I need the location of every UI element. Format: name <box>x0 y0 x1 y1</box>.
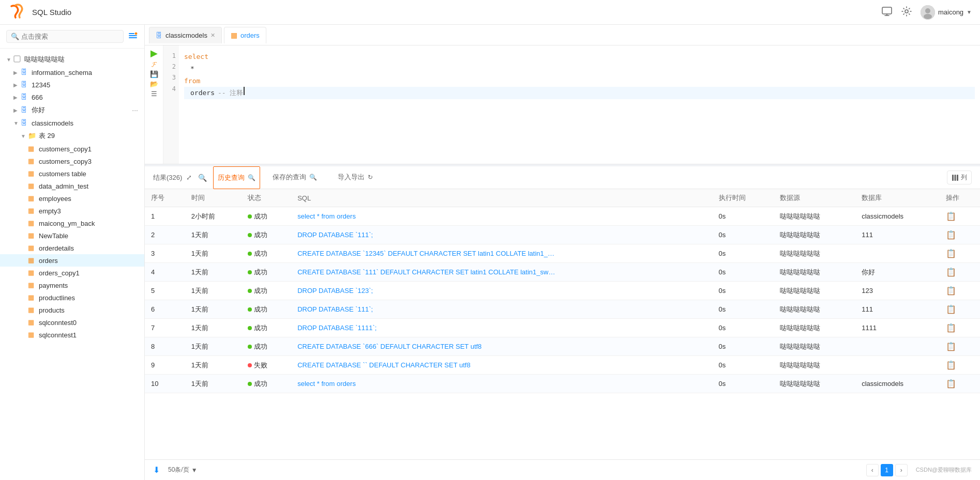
cell-exec-time: 0s <box>713 207 774 226</box>
table-icon: ▦ <box>28 306 36 314</box>
sidebar-item-customers_table[interactable]: ▦ customers table <box>0 167 144 180</box>
copy-sql-button[interactable]: 📋 <box>946 323 956 332</box>
results-tabs: 结果(326) ⤢ 🔍 历史查询 🔍 保存的查询 🔍 导入导出 ↻ <box>145 166 980 189</box>
user-menu[interactable]: maicong ▼ <box>921 5 972 20</box>
sidebar-item-orders[interactable]: ▦ orders <box>0 254 144 267</box>
sql-link[interactable]: DROP DATABASE `111`; <box>297 231 556 239</box>
download-icon[interactable]: ⬇ <box>153 465 160 475</box>
sql-link[interactable]: select * from orders <box>297 380 556 388</box>
table-icon: ▦ <box>28 331 36 339</box>
tab-classicmodels[interactable]: 🗄 classicmodels ✕ <box>149 27 222 43</box>
copy-sql-button[interactable]: 📋 <box>946 230 956 239</box>
per-page-selector[interactable]: 50条/页 ▼ <box>168 466 198 474</box>
cell-database: 111 <box>855 226 940 244</box>
cell-datasource: 哒哒哒哒哒哒 <box>774 375 856 393</box>
history-button[interactable]: ☰ <box>151 90 157 97</box>
sidebar-item-maicong_ym_back[interactable]: ▦ maicong_ym_back <box>0 217 144 229</box>
sql-link[interactable]: DROP DATABASE `111`; <box>297 305 556 313</box>
sidebar-item-information_schema[interactable]: ▶ 🗄 information_schema <box>0 66 144 79</box>
table-row: 4 1天前 成功 CREATE DATABASE `111` DEFAULT C… <box>145 263 980 282</box>
cell-sql: DROP DATABASE `111`; <box>291 300 712 319</box>
save-query-button[interactable]: 💾 <box>150 71 158 78</box>
sidebar-item-customers_copy3[interactable]: ▦ customers_copy3 <box>0 155 144 167</box>
sidebar-item-NewTable[interactable]: ▦ NewTable <box>0 229 144 242</box>
format-button[interactable]: 𝓕 <box>152 61 157 68</box>
code-editor[interactable]: select * from orders -- 注释 <box>179 45 980 164</box>
sidebar-item-root[interactable]: ▼ 哒哒哒哒哒哒 <box>0 53 144 66</box>
cell-sql: CREATE DATABASE `` DEFAULT CHARACTER SET… <box>291 356 712 375</box>
copy-sql-button[interactable]: 📋 <box>946 249 956 258</box>
sidebar-item-employees[interactable]: ▦ employees <box>0 192 144 205</box>
cell-database: 你好 <box>855 263 940 282</box>
open-button[interactable]: 📂 <box>150 81 158 87</box>
result-tab-import[interactable]: 导入导出 ↻ <box>329 166 381 189</box>
sidebar-item-sqlconntest0[interactable]: ▦ sqlconntest0 <box>0 316 144 329</box>
tab-close-icon[interactable]: ✕ <box>210 32 215 39</box>
sidebar-item-666[interactable]: ▶ 🗄 666 <box>0 91 144 103</box>
sql-link[interactable]: CREATE DATABASE `12345` DEFAULT CHARACTE… <box>297 250 556 257</box>
sidebar-item-payments[interactable]: ▦ payments <box>0 279 144 291</box>
sidebar-item-productlines[interactable]: ▦ productlines <box>0 291 144 304</box>
cell-datasource: 哒哒哒哒哒哒 <box>774 337 856 356</box>
sql-link[interactable]: CREATE DATABASE `` DEFAULT CHARACTER SET… <box>297 361 556 369</box>
sidebar-item-tables-folder[interactable]: ▼ 📁 表 29 <box>0 129 144 143</box>
table-row: 2 1天前 成功 DROP DATABASE `111`; 0s 哒哒哒哒哒哒 … <box>145 226 980 244</box>
tab-orders[interactable]: ▦ orders <box>224 27 266 43</box>
search-box[interactable]: 🔍 <box>6 30 124 43</box>
more-icon[interactable]: ··· <box>132 106 138 114</box>
avatar <box>921 5 935 20</box>
sidebar-action-icon[interactable] <box>128 30 138 43</box>
column-settings-button[interactable]: 列 <box>947 171 972 184</box>
sidebar-item-label: customers table <box>39 170 86 178</box>
sql-link[interactable]: CREATE DATABASE `666` DEFAULT CHARACTER … <box>297 343 556 350</box>
prev-page-button[interactable]: ‹ <box>866 464 879 476</box>
sidebar-item-data_admin_test[interactable]: ▦ data_admin_test <box>0 180 144 192</box>
svg-rect-0 <box>882 7 892 14</box>
cell-num: 1 <box>145 207 185 226</box>
table-icon: ▦ <box>28 169 36 178</box>
sql-link[interactable]: select * from orders <box>297 212 556 220</box>
copy-sql-button[interactable]: 📋 <box>946 305 956 314</box>
current-page: 1 <box>881 464 893 476</box>
table-row: 7 1天前 成功 DROP DATABASE `1111`; 0s 哒哒哒哒哒哒… <box>145 319 980 337</box>
copy-sql-button[interactable]: 📋 <box>946 212 956 221</box>
copy-sql-button[interactable]: 📋 <box>946 361 956 369</box>
copy-sql-button[interactable]: 📋 <box>946 268 956 276</box>
sidebar-item-nihao[interactable]: ▶ 🗄 你好 ··· <box>0 103 144 117</box>
cell-num: 7 <box>145 319 185 337</box>
db-icon: 🗄 <box>21 81 29 89</box>
sidebar-item-label: NewTable <box>39 232 68 240</box>
expand-result-icon[interactable]: ⤢ <box>186 174 192 181</box>
keyword-from: from <box>184 75 200 87</box>
run-button[interactable]: ▶ <box>150 49 158 58</box>
sidebar-item-products[interactable]: ▦ products <box>0 304 144 316</box>
sidebar-item-empty3[interactable]: ▦ empty3 <box>0 205 144 217</box>
search-input[interactable] <box>21 33 119 40</box>
cell-database <box>855 356 940 375</box>
sidebar-item-12345[interactable]: ▶ 🗄 12345 <box>0 79 144 91</box>
copy-sql-button[interactable]: 📋 <box>946 342 956 351</box>
sidebar-item-customers_copy1[interactable]: ▦ customers_copy1 <box>0 143 144 155</box>
cell-datasource: 哒哒哒哒哒哒 <box>774 282 856 300</box>
sidebar-item-orderdetails[interactable]: ▦ orderdetails <box>0 242 144 254</box>
sql-link[interactable]: DROP DATABASE `1111`; <box>297 324 556 332</box>
sidebar-item-sqlconntest1[interactable]: ▦ sqlconntest1 <box>0 329 144 341</box>
sidebar-item-classicmodels[interactable]: ▼ 🗄 classicmodels <box>0 117 144 129</box>
result-tab-history[interactable]: 历史查询 🔍 <box>213 166 260 189</box>
result-tab-saved[interactable]: 保存的查询 🔍 <box>264 166 325 189</box>
search-result-icon[interactable]: 🔍 <box>198 174 207 182</box>
cell-sql: CREATE DATABASE `666` DEFAULT CHARACTER … <box>291 337 712 356</box>
sidebar-item-orders_copy1[interactable]: ▦ orders_copy1 <box>0 267 144 279</box>
next-page-button[interactable]: › <box>895 464 908 476</box>
copy-sql-button[interactable]: 📋 <box>946 379 956 388</box>
cell-time: 1天前 <box>185 226 242 244</box>
table-row: 1 2小时前 成功 select * from orders 0s 哒哒哒哒哒哒… <box>145 207 980 226</box>
sql-link[interactable]: CREATE DATABASE `111` DEFAULT CHARACTER … <box>297 268 556 276</box>
main-layout: 🔍 ▼ 哒哒哒哒哒哒 ▶ 🗄 information <box>0 25 980 480</box>
cell-action: 📋 <box>940 356 980 375</box>
copy-sql-button[interactable]: 📋 <box>946 286 956 295</box>
settings-icon[interactable] <box>901 6 912 19</box>
svg-rect-9 <box>957 175 958 181</box>
monitor-icon[interactable] <box>881 6 893 19</box>
sql-link[interactable]: DROP DATABASE `123`; <box>297 287 556 295</box>
